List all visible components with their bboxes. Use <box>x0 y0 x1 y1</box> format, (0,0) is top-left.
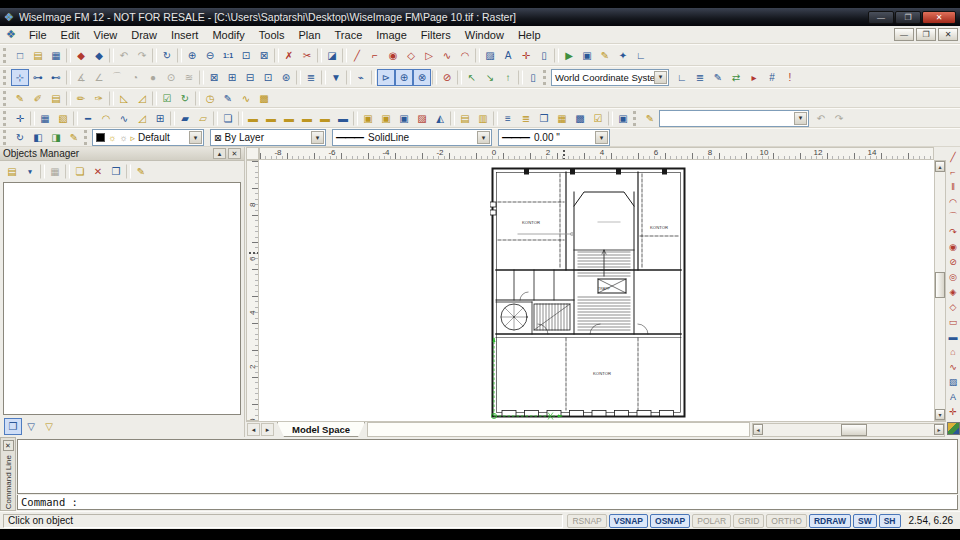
raster-line-6-icon[interactable]: ▬ <box>334 110 352 127</box>
draw-spline-icon[interactable]: ∿ <box>946 359 960 374</box>
om-filter-edit-icon[interactable]: ▽ <box>40 418 58 435</box>
snap-perpendicular-icon[interactable]: ↘ <box>481 69 499 86</box>
menu-item-insert[interactable]: Insert <box>164 28 206 42</box>
ucs-table-icon[interactable]: ≣ <box>691 69 709 86</box>
close-button[interactable]: ✕ <box>922 11 956 24</box>
measure-area-icon[interactable]: ◔ <box>126 69 144 86</box>
toolbar-grip[interactable] <box>3 48 8 63</box>
raster-obj-5-icon[interactable]: ◭ <box>431 110 449 127</box>
draw-pencil-icon[interactable]: ✎ <box>11 90 29 107</box>
select-zoom-icon[interactable]: ⊹ <box>11 69 29 86</box>
menu-item-draw[interactable]: Draw <box>124 28 164 42</box>
zoom-window-icon[interactable]: ⊡ <box>237 47 255 64</box>
tab-scroll-left-button[interactable]: ◂ <box>247 423 260 436</box>
toggle-polar[interactable]: POLAR <box>692 514 731 528</box>
raster-line-3-icon[interactable]: ▬ <box>280 110 298 127</box>
move-node-icon[interactable]: ✛ <box>517 47 535 64</box>
command-prompt-input[interactable]: Command : <box>17 495 958 510</box>
raster-line-1-icon[interactable]: ▬ <box>244 110 262 127</box>
copy-objects-icon[interactable]: ❏ <box>219 110 237 127</box>
open-file-icon[interactable]: ▤ <box>29 47 47 64</box>
draw-double-line-icon[interactable]: ‖ <box>946 179 960 194</box>
toggle-ortho[interactable]: ORTHO <box>766 514 807 528</box>
draw-circle-icon[interactable]: ◉ <box>384 47 402 64</box>
menu-item-help[interactable]: Help <box>511 28 548 42</box>
toggle-osnap[interactable]: OSNAP <box>650 514 690 528</box>
raster-line-5-icon[interactable]: ▬ <box>316 110 334 127</box>
photo-icon[interactable]: ▣ <box>578 47 596 64</box>
toolbar-grip[interactable] <box>543 70 548 85</box>
objects-list[interactable] <box>3 182 241 415</box>
undo-icon[interactable]: ↶ <box>115 47 133 64</box>
pattern-icon[interactable]: ▩ <box>255 90 273 107</box>
raster-obj-2-icon[interactable]: ▣ <box>377 110 395 127</box>
scroll-left-button[interactable]: ◂ <box>753 424 763 435</box>
restore-button[interactable]: ❐ <box>895 11 921 24</box>
draw-hatch-icon[interactable]: ▨ <box>946 374 960 389</box>
chevron-down-icon[interactable]: ▾ <box>189 131 202 144</box>
select-raster-window-icon[interactable]: ⊡ <box>259 69 277 86</box>
polyline-edit-icon[interactable]: ⌁ <box>352 69 370 86</box>
horizontal-scroll-thumb[interactable] <box>841 424 867 436</box>
draw-polyline-icon[interactable]: ⌐ <box>946 164 960 179</box>
window-view-icon[interactable]: ❐ <box>535 110 553 127</box>
pick-cursor-icon[interactable]: ⊳ <box>377 69 395 86</box>
panel-close-button[interactable]: ✕ <box>228 148 241 159</box>
menu-item-file[interactable]: File <box>22 28 54 42</box>
stamp-red-icon[interactable]: ◆ <box>72 47 90 64</box>
draw-line-icon[interactable]: ╱ <box>348 47 366 64</box>
thick-line-icon[interactable]: ━ <box>79 110 97 127</box>
next-view-icon[interactable]: ↷ <box>830 110 848 127</box>
draw-pencil-poly-icon[interactable]: ✐ <box>29 90 47 107</box>
measure-list-icon[interactable]: ≋ <box>180 69 198 86</box>
text-style-icon[interactable]: A <box>499 47 517 64</box>
toggle-vsnap[interactable]: VSNAP <box>609 514 648 528</box>
draw-rotated-rect-icon[interactable]: ◇ <box>402 47 420 64</box>
zoom-in-icon[interactable]: ⊕ <box>183 47 201 64</box>
toggle-rsnap[interactable]: RSNAP <box>567 514 606 528</box>
draw-point-icon[interactable]: ✛ <box>946 404 960 419</box>
draw-shapes-icon[interactable]: ◈ <box>946 284 960 299</box>
raster-tools-icon[interactable] <box>947 422 960 435</box>
layer-combo[interactable]: ☼ ☼ ▹ Default ▾ <box>92 129 204 146</box>
edit-properties-icon[interactable]: ✎ <box>65 129 83 146</box>
panel-collapse-button[interactable]: ▴ <box>213 148 226 159</box>
ucs-axis-icon[interactable]: ∟ <box>673 69 691 86</box>
menu-item-view[interactable]: View <box>87 28 125 42</box>
draw-polyline-icon[interactable]: ⌐ <box>366 47 384 64</box>
redraw-icon[interactable]: ↻ <box>158 47 176 64</box>
draw-rectangle-icon[interactable]: ▭ <box>946 314 960 329</box>
grid-pencil-2-icon[interactable]: ▥ <box>474 110 492 127</box>
toolbar-grip[interactable] <box>633 111 638 126</box>
grid-view-icon[interactable]: ≣ <box>517 110 535 127</box>
toggle-grid[interactable]: GRID <box>733 514 764 528</box>
menu-item-plan[interactable]: Plan <box>292 28 328 42</box>
om-save-icon[interactable]: ▦ <box>46 163 64 180</box>
wizard-icon[interactable]: ✦ <box>614 47 632 64</box>
selection-subtract-icon[interactable]: ⊗ <box>413 69 431 86</box>
drawing-canvas[interactable]: KONTOR KONTOR KONTOR TRAPP <box>259 160 934 421</box>
corner-tool-icon[interactable]: ◺ <box>115 90 133 107</box>
quick-select-icon[interactable]: ✎ <box>641 110 659 127</box>
grid-pencil-1-icon[interactable]: ▤ <box>456 110 474 127</box>
chevron-down-icon[interactable]: ▾ <box>311 131 324 144</box>
minimize-button[interactable]: — <box>868 11 894 24</box>
filter-icon[interactable]: ▼ <box>327 69 345 86</box>
menu-item-image[interactable]: Image <box>369 28 414 42</box>
draw-arc-3pt-icon[interactable]: ◠ <box>946 194 960 209</box>
slope-icon[interactable]: ◿ <box>133 110 151 127</box>
snap-nearest-icon[interactable]: ↖ <box>463 69 481 86</box>
table-edit-icon[interactable]: ▧ <box>54 110 72 127</box>
vertical-scroll-thumb[interactable] <box>935 272 945 298</box>
folder-run-icon[interactable]: ▶ <box>560 47 578 64</box>
snap-node-icon[interactable]: ↑ <box>499 69 517 86</box>
draw-line-icon[interactable]: ╱ <box>946 149 960 164</box>
raster-obj-3-icon[interactable]: ▣ <box>395 110 413 127</box>
command-panel-close-button[interactable]: ✕ <box>3 440 14 451</box>
draw-rhombus-icon[interactable]: ◇ <box>946 299 960 314</box>
measure-mass-icon[interactable]: ● <box>144 69 162 86</box>
horizontal-scroll-track[interactable] <box>763 424 934 436</box>
om-open-icon[interactable]: ▤ <box>3 163 21 180</box>
chevron-down-icon[interactable]: ▾ <box>595 131 608 144</box>
command-history[interactable] <box>17 439 958 494</box>
